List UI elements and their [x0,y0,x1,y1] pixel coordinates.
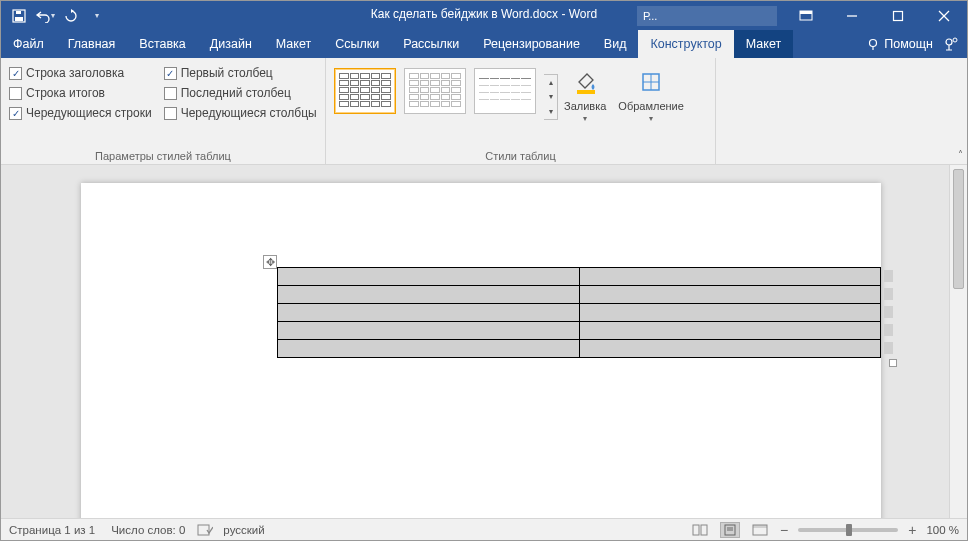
document-area[interactable]: ✥ [1,165,949,518]
ribbon-group-table-styles: ▴▾▾ Заливка ▾ Обрамление ▾ Стили таблиц [326,58,716,164]
undo-button[interactable]: ▾ [33,4,57,28]
tell-me-label: Помощн [884,37,933,51]
checkbox-banded-rows[interactable]: ✓Чередующиеся строки [9,106,152,120]
table-row[interactable] [278,268,881,286]
title-bar: ▾ ▾ Как сделать бейджик в Word.docx - Wo… [1,1,967,30]
tab-references[interactable]: Ссылки [323,30,391,58]
row-end-marker [884,342,893,354]
collapse-ribbon-button[interactable]: ˄ [958,149,963,160]
tab-table-constructor[interactable]: Конструктор [638,30,733,58]
row-end-marker [884,288,893,300]
shading-label: Заливка [564,100,606,112]
borders-label: Обрамление [618,100,684,112]
vertical-scrollbar[interactable] [949,165,967,518]
ribbon-group-label-styles: Стили таблиц [326,150,715,162]
table-resize-handle[interactable] [889,359,897,367]
qat-customize-button[interactable]: ▾ [85,4,109,28]
table-move-handle[interactable]: ✥ [263,255,277,269]
tab-insert[interactable]: Вставка [127,30,197,58]
row-end-marker [884,270,893,282]
table-row[interactable] [278,304,881,322]
table-row[interactable] [278,340,881,358]
table-style-thumb[interactable] [474,68,536,114]
zoom-slider-thumb[interactable] [846,524,852,536]
svg-rect-13 [577,90,595,94]
checkbox-total-row[interactable]: Строка итогов [9,86,152,100]
user-account-box[interactable]: Р... [637,6,777,26]
checkbox-banded-columns-label: Чередующиеся столбцы [181,106,317,120]
svg-point-11 [946,39,952,45]
svg-rect-18 [693,525,699,535]
status-word-count[interactable]: Число слов: 0 [111,524,185,536]
borders-icon [635,66,667,98]
row-end-marker [884,324,893,336]
svg-rect-2 [16,11,21,14]
borders-button[interactable]: Обрамление ▾ [612,62,690,123]
svg-rect-24 [753,525,767,528]
svg-point-9 [870,40,877,47]
ribbon-group-label-options: Параметры стилей таблиц [1,150,325,162]
status-page[interactable]: Страница 1 из 1 [9,524,95,536]
shading-button[interactable]: Заливка ▾ [558,62,612,123]
quick-access-toolbar: ▾ ▾ [1,4,109,28]
tab-home[interactable]: Главная [56,30,128,58]
checkbox-first-column-label: Первый столбец [181,66,273,80]
checkbox-first-column[interactable]: ✓Первый столбец [164,66,317,80]
checkbox-header-row-label: Строка заголовка [26,66,124,80]
ribbon-display-options-button[interactable] [783,1,829,30]
close-button[interactable] [921,1,967,30]
table-styles-gallery: ▴▾▾ [334,62,558,123]
status-bar: Страница 1 из 1 Число слов: 0 русский − … [1,518,967,540]
table-row[interactable] [278,322,881,340]
maximize-button[interactable] [875,1,921,30]
tell-me-icon[interactable]: Помощн [866,37,933,51]
minimize-button[interactable] [829,1,875,30]
save-button[interactable] [7,4,31,28]
svg-rect-4 [800,11,812,14]
row-end-marker [884,306,893,318]
ribbon-group-table-style-options: ✓Строка заголовка Строка итогов ✓Чередую… [1,58,326,164]
tab-table-layout[interactable]: Макет [734,30,793,58]
checkbox-banded-columns[interactable]: Чередующиеся столбцы [164,106,317,120]
table-row[interactable] [278,286,881,304]
ribbon: ✓Строка заголовка Строка итогов ✓Чередую… [1,58,967,165]
view-print-layout-button[interactable] [720,522,740,538]
paint-bucket-icon [569,66,601,98]
zoom-level[interactable]: 100 % [926,524,959,536]
tab-mailings[interactable]: Рассылки [391,30,471,58]
table-style-thumb[interactable] [334,68,396,114]
user-short-label: Р... [643,10,657,22]
gallery-expand-button[interactable]: ▴▾▾ [544,74,558,120]
view-read-mode-button[interactable] [690,522,710,538]
zoom-in-button[interactable]: + [908,522,916,538]
checkbox-total-row-label: Строка итогов [26,86,105,100]
view-web-layout-button[interactable] [750,522,770,538]
zoom-slider[interactable] [798,528,898,532]
scrollbar-thumb[interactable] [953,169,964,289]
checkbox-header-row[interactable]: ✓Строка заголовка [9,66,152,80]
tab-design[interactable]: Дизайн [198,30,264,58]
tab-layout[interactable]: Макет [264,30,323,58]
svg-rect-1 [15,17,23,21]
share-button[interactable] [941,34,961,54]
document-table[interactable] [277,267,881,358]
svg-point-12 [953,38,957,42]
svg-rect-19 [701,525,707,535]
redo-button[interactable] [59,4,83,28]
tab-review[interactable]: Рецензирование [471,30,592,58]
checkbox-banded-rows-label: Чередующиеся строки [26,106,152,120]
zoom-out-button[interactable]: − [780,522,788,538]
ribbon-tab-bar: Файл Главная Вставка Дизайн Макет Ссылки… [1,30,967,58]
tab-file[interactable]: Файл [1,30,56,58]
table-style-thumb[interactable] [404,68,466,114]
proofing-icon[interactable] [197,523,213,537]
checkbox-last-column[interactable]: Последний столбец [164,86,317,100]
checkbox-last-column-label: Последний столбец [181,86,291,100]
tab-view[interactable]: Вид [592,30,639,58]
svg-rect-6 [894,11,903,20]
document-page[interactable]: ✥ [81,183,881,518]
status-language[interactable]: русский [223,524,264,536]
